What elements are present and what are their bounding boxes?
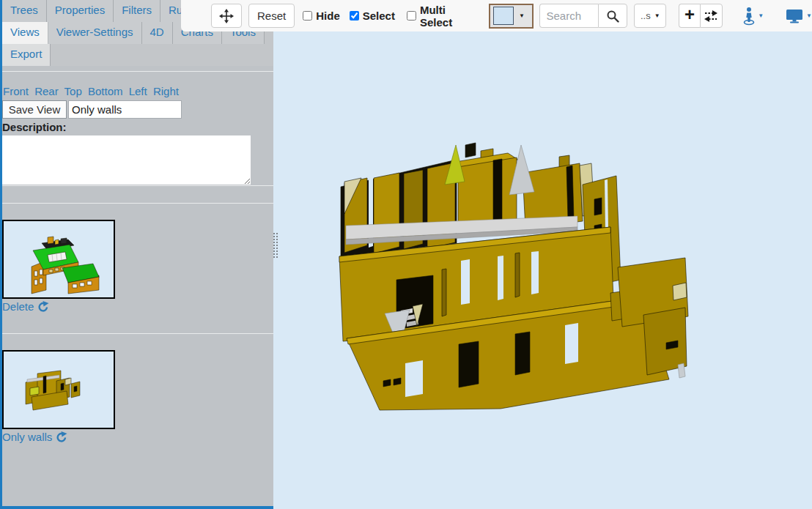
add-button[interactable]: + [679,4,700,28]
tab-properties[interactable]: Properties [47,0,114,22]
selection-color-picker[interactable]: ▼ [489,4,534,29]
building-model-3d [273,0,812,509]
save-view-button[interactable]: Save View [2,100,67,119]
multi-select-checkbox-label: Multi Select [420,4,478,29]
panel-resize-handle[interactable] [273,232,278,259]
view-link-left[interactable]: Left [129,85,147,97]
tab-4d[interactable]: 4D [142,22,173,44]
description-textarea[interactable] [1,135,251,185]
tab-export[interactable]: Export [2,44,51,66]
street-view-menu[interactable]: ▼ [743,7,764,26]
open-view-icon [56,431,67,443]
divider [0,203,273,204]
reset-button[interactable]: Reset [248,4,295,28]
tab-filters[interactable]: Filters [114,0,160,22]
select-checkbox-label: Select [363,10,395,22]
chevron-down-icon: ▼ [519,12,525,19]
saved-view-1-preview [4,221,114,297]
search-input[interactable] [539,4,598,28]
saved-view-2-action[interactable]: Only walls [2,431,67,443]
saved-view-1-action[interactable]: Delete [2,300,49,313]
standard-view-links: Front Rear Top Bottom Left Right [3,85,182,97]
tab-viewer-settings[interactable]: Viewer-Settings [48,22,142,44]
street-view-icon [743,7,755,26]
chevron-down-icon: ▼ [806,12,812,19]
select-checkbox[interactable] [350,11,359,21]
viewport-3d[interactable] [273,0,812,509]
search-icon [606,10,619,23]
view-link-rear[interactable]: Rear [34,85,59,97]
view-link-front[interactable]: Front [3,85,29,97]
hide-checkbox[interactable] [303,11,312,21]
view-link-right[interactable]: Right [153,85,179,97]
swap-arrows-icon [704,10,718,23]
tab-views[interactable]: Views [2,22,48,44]
move-toolbar-button[interactable] [211,4,242,28]
window-left-border [0,0,2,509]
divider [0,71,273,72]
description-label: Description: [2,121,67,133]
saved-view-thumbnail-1[interactable] [2,220,115,299]
open-view-icon [37,301,49,313]
tabbar-bottom: Export [0,44,273,66]
display-menu[interactable]: ▼ [786,9,812,23]
monitor-icon [786,9,803,23]
view-link-bottom[interactable]: Bottom [88,85,123,97]
hide-checkbox-label: Hide [316,10,340,22]
saved-view-1-action-label: Delete [2,300,34,313]
swap-button[interactable] [700,4,723,28]
saved-view-2-action-label: Only walls [2,431,52,443]
search-button[interactable] [598,4,627,28]
bim-viewer-window: Trees Properties Filters Ru Views Viewer… [0,0,812,509]
view-name-input[interactable] [68,100,182,119]
view-link-top[interactable]: Top [64,85,82,97]
ifc-type-select[interactable]: ..s ▼ [634,4,666,28]
divider [0,185,273,186]
chevron-down-icon: ▼ [654,12,660,19]
saved-view-thumbnail-2[interactable] [2,350,115,429]
window-bottom-border [0,506,273,509]
tab-trees[interactable]: Trees [2,0,47,22]
saved-view-2-preview [4,352,114,428]
ifc-type-select-value: ..s [641,10,651,21]
chevron-down-icon: ▼ [758,12,764,19]
multi-select-checkbox[interactable] [407,11,416,21]
viewer-toolbar: Reset Hide Select Multi Select ▼ ..s ▼ + [181,0,812,31]
move-arrows-icon [219,9,234,23]
color-swatch [493,7,514,25]
plus-icon: + [684,4,695,25]
divider [0,333,273,334]
